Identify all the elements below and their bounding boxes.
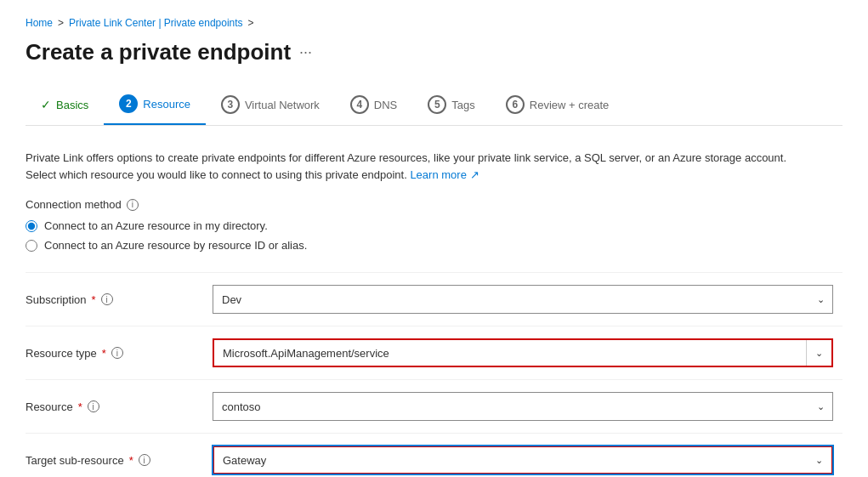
gateway-chevron-icon[interactable]: ⌄ [807, 447, 831, 473]
page-title-container: Create a private endpoint ··· [26, 39, 842, 65]
resource-select[interactable]: contoso [213, 392, 833, 421]
resource-type-value: Microsoft.ApiManagement/service [214, 347, 806, 360]
resource-type-control: Microsoft.ApiManagement/service ⌄ [213, 338, 833, 367]
subscription-required: * [92, 293, 96, 306]
connection-method-info-icon[interactable]: i [127, 199, 139, 211]
radio-resource-id[interactable] [26, 240, 37, 252]
breadcrumb-sep1: > [58, 17, 64, 29]
subscription-select-wrapper: Dev ⌄ [213, 285, 833, 314]
subscription-control: Dev ⌄ [213, 285, 833, 314]
step-tags-label: Tags [451, 99, 474, 111]
step-vnet-number: 3 [221, 95, 240, 114]
step-resource-label: Resource [143, 98, 190, 111]
description-text: Private Link offers options to create pr… [26, 150, 791, 183]
resource-type-row: Resource type * i Microsoft.ApiManagemen… [26, 326, 842, 379]
target-sub-resource-required: * [129, 454, 133, 467]
step-resource[interactable]: 2 Resource [104, 86, 206, 125]
resource-type-required: * [102, 347, 106, 360]
subscription-info-icon[interactable]: i [101, 293, 113, 305]
step-basics-label: Basics [56, 99, 88, 111]
step-basics[interactable]: ✓ Basics [26, 89, 104, 122]
resource-type-label: Resource type * i [26, 347, 196, 360]
radio-directory[interactable] [26, 220, 37, 232]
step-review-create[interactable]: 6 Review + create [491, 87, 625, 124]
radio-option-directory: Connect to an Azure resource in my direc… [26, 219, 842, 232]
breadcrumb-link1[interactable]: Private Link Center | Private endpoints [69, 17, 243, 29]
step-dns-label: DNS [374, 99, 397, 111]
radio-directory-label: Connect to an Azure resource in my direc… [44, 219, 268, 232]
connection-method-label: Connection method i [26, 198, 842, 211]
resource-info-icon[interactable]: i [88, 400, 99, 412]
resource-required: * [78, 400, 82, 413]
step-resource-number: 2 [119, 94, 138, 113]
page-title: Create a private endpoint [26, 39, 291, 65]
subscription-row: Subscription * i Dev ⌄ [26, 272, 842, 326]
step-virtual-network[interactable]: 3 Virtual Network [206, 87, 335, 124]
step-dns[interactable]: 4 DNS [335, 87, 412, 124]
target-sub-resource-label: Target sub-resource * i [26, 454, 196, 467]
breadcrumb-sep2: > [248, 17, 254, 29]
subscription-select[interactable]: Dev [213, 285, 833, 314]
resource-select-wrapper: contoso ⌄ [213, 392, 833, 421]
step-review-number: 6 [506, 95, 525, 114]
connection-method-section: Connection method i Connect to an Azure … [26, 198, 842, 252]
step-check-icon: ✓ [41, 98, 51, 111]
resource-row: Resource * i contoso ⌄ [26, 379, 842, 433]
target-sub-resource-control: Gateway ⌄ [213, 446, 833, 474]
step-review-label: Review + create [530, 99, 610, 111]
breadcrumb: Home > Private Link Center | Private end… [26, 17, 842, 29]
page-title-ellipsis[interactable]: ··· [299, 43, 312, 61]
step-tags[interactable]: 5 Tags [412, 87, 490, 124]
resource-type-info-icon[interactable]: i [111, 347, 123, 359]
step-tags-number: 5 [428, 95, 446, 114]
learn-more-link[interactable]: Learn more ↗ [410, 168, 479, 181]
external-link-icon: ↗ [470, 168, 479, 181]
radio-resource-id-label: Connect to an Azure resource by resource… [44, 239, 307, 252]
resource-label: Resource * i [26, 400, 196, 413]
resource-type-chevron-icon[interactable]: ⌄ [806, 340, 831, 366]
step-dns-number: 4 [350, 95, 369, 114]
form-section: Subscription * i Dev ⌄ Resource type * i… [26, 272, 842, 477]
gateway-select-box[interactable]: Gateway ⌄ [213, 446, 833, 474]
step-vnet-label: Virtual Network [245, 99, 320, 111]
gateway-value: Gateway [214, 454, 807, 467]
target-sub-resource-row: Target sub-resource * i Gateway ⌄ [26, 433, 842, 477]
resource-type-select-box[interactable]: Microsoft.ApiManagement/service ⌄ [213, 338, 833, 367]
target-sub-resource-info-icon[interactable]: i [139, 454, 150, 466]
radio-option-resource-id: Connect to an Azure resource by resource… [26, 239, 842, 252]
wizard-steps: ✓ Basics 2 Resource 3 Virtual Network 4 … [26, 86, 842, 126]
resource-control: contoso ⌄ [213, 392, 833, 421]
subscription-label: Subscription * i [26, 293, 196, 306]
breadcrumb-home[interactable]: Home [26, 17, 53, 29]
